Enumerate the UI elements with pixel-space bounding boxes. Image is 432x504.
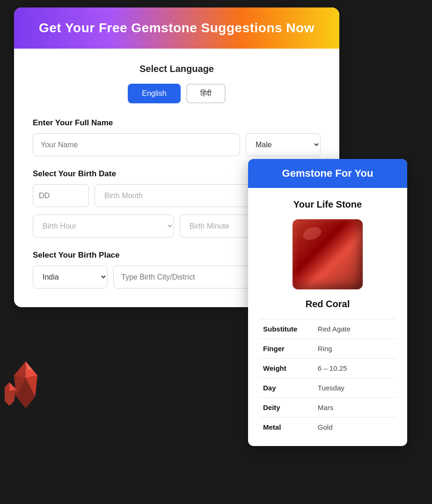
table-key: Weight bbox=[259, 359, 314, 378]
hindi-button[interactable]: हिंदी bbox=[186, 84, 226, 103]
gemstone-panel: Gemstone For You Your Life Stone Red Cor… bbox=[248, 159, 407, 446]
table-value: 6 – 10.25 bbox=[314, 359, 396, 378]
gem-image-container bbox=[259, 219, 396, 289]
gemstone-header: Gemstone For You bbox=[248, 159, 407, 188]
table-key: Metal bbox=[259, 418, 314, 437]
svg-marker-2 bbox=[14, 361, 26, 378]
table-row: Weight 6 – 10.25 bbox=[259, 359, 396, 378]
gemstone-body: Your Life Stone Red Coral Substitute Red… bbox=[248, 188, 407, 446]
gem-circle bbox=[293, 219, 363, 289]
gem-table-body: Substitute Red Agate Finger Ring Weight … bbox=[259, 319, 396, 437]
language-section-title: Select Language bbox=[33, 64, 321, 74]
table-row: Deity Mars bbox=[259, 398, 396, 418]
gemstone-header-title: Gemstone For You bbox=[257, 167, 398, 180]
table-row: Metal Gold bbox=[259, 418, 396, 437]
gem-table: Substitute Red Agate Finger Ring Weight … bbox=[259, 319, 396, 437]
svg-marker-8 bbox=[5, 382, 9, 391]
table-value: Red Agate bbox=[314, 319, 396, 339]
table-key: Substitute bbox=[259, 319, 314, 339]
english-button[interactable]: English bbox=[128, 84, 180, 103]
banner-title: Get Your Free Gemstone Suggestions Now bbox=[25, 21, 328, 36]
table-key: Day bbox=[259, 378, 314, 398]
table-value: Tuesday bbox=[314, 378, 396, 398]
gem-name: Red Coral bbox=[259, 299, 396, 310]
life-stone-title: Your Life Stone bbox=[259, 199, 396, 210]
full-name-label: Enter Your Full Name bbox=[33, 118, 321, 128]
crystal-icon bbox=[5, 359, 47, 410]
table-key: Deity bbox=[259, 398, 314, 418]
country-select[interactable]: India USA UK bbox=[33, 266, 108, 288]
name-input[interactable] bbox=[33, 133, 240, 156]
table-value: Mars bbox=[314, 398, 396, 418]
day-input[interactable] bbox=[33, 184, 89, 207]
table-row: Finger Ring bbox=[259, 339, 396, 359]
table-row: Substitute Red Agate bbox=[259, 319, 396, 339]
birth-hour-select[interactable]: Birth Hour 0 1 2 3 4 5 6 7 8 9 10 11 12 … bbox=[33, 215, 174, 238]
table-row: Day Tuesday bbox=[259, 378, 396, 398]
table-key: Finger bbox=[259, 339, 314, 359]
name-row: Male Female Other bbox=[33, 133, 321, 156]
table-value: Gold bbox=[314, 418, 396, 437]
gender-select[interactable]: Male Female Other bbox=[246, 133, 321, 156]
crystal-decoration bbox=[5, 359, 47, 410]
language-buttons: English हिंदी bbox=[33, 84, 321, 103]
table-value: Ring bbox=[314, 339, 396, 359]
banner: Get Your Free Gemstone Suggestions Now bbox=[14, 7, 339, 49]
